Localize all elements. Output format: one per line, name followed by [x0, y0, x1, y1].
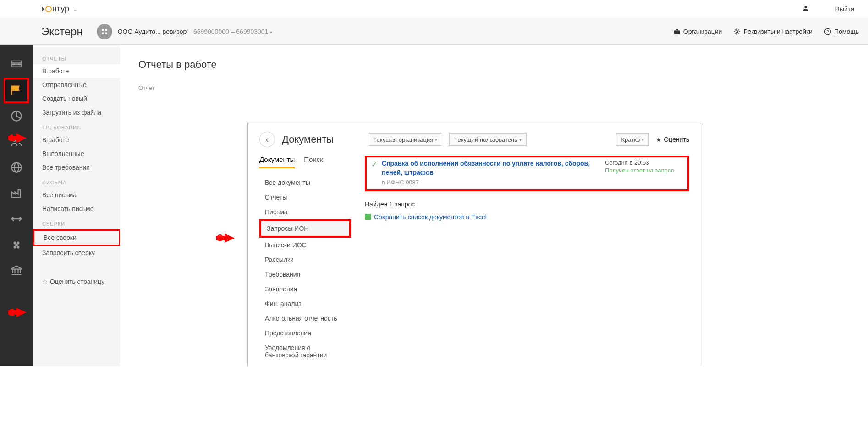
svg-rect-9 — [12, 61, 22, 63]
sidebar-item-create-new[interactable]: Создать новый — [33, 92, 120, 106]
rail-globe-icon[interactable] — [4, 155, 29, 180]
nav-letters[interactable]: Письма — [259, 205, 351, 219]
org-switcher-button[interactable] — [97, 24, 112, 39]
svg-point-19 — [14, 246, 16, 249]
rate-page-link[interactable]: ☆ Оценить страницу — [33, 273, 120, 290]
rail-exchange-icon[interactable] — [4, 206, 29, 232]
doc-content: ✓ Справка об исполнении обязанности по у… — [365, 156, 689, 362]
check-icon: ✓ — [371, 160, 377, 186]
sidebar: ОТЧЕТЫ В работе Отправленные Создать нов… — [33, 45, 120, 366]
svg-point-17 — [17, 242, 20, 245]
doc-sidebar: Документы Поиск Все документы Отчеты Пис… — [259, 156, 351, 362]
filter-current-org[interactable]: Текущая организация ▾ — [368, 133, 442, 146]
sidebar-section-reports: ОТЧЕТЫ — [33, 50, 120, 64]
annotation-3: 3 — [217, 232, 235, 244]
svg-point-6 — [736, 31, 738, 33]
svg-rect-2 — [105, 29, 107, 31]
org-code[interactable]: 6699000000 – 669903001 ▾ — [193, 28, 272, 35]
logout-link[interactable]: Выйти — [831, 6, 859, 13]
svg-point-18 — [15, 244, 18, 246]
sidebar-item-write-letter[interactable]: Написать письмо — [33, 202, 120, 216]
svg-rect-4 — [105, 32, 107, 34]
nav-bank-guarantee[interactable]: Уведомления о банковской гарантии — [259, 340, 351, 362]
sidebar-item-all-reqs[interactable]: Все требования — [33, 161, 120, 174]
excel-export-link[interactable]: Сохранить список документов в Excel — [365, 213, 689, 221]
app-title: Экстерн — [41, 25, 83, 38]
logo-o-icon — [45, 6, 52, 12]
rail-flag-icon[interactable] — [4, 78, 29, 103]
annotation-2: 2 — [9, 306, 27, 318]
nav-reports[interactable]: Отчеты — [259, 190, 351, 205]
excel-icon — [365, 214, 371, 220]
sidebar-item-all-recon[interactable]: Все сверки — [33, 229, 120, 246]
svg-rect-3 — [102, 32, 104, 34]
settings-link[interactable]: Реквизиты и настройки — [733, 28, 812, 35]
help-link[interactable]: ? Помощь — [824, 28, 859, 35]
page-title: Отчеты в работе — [138, 59, 850, 71]
result-item[interactable]: ✓ Справка об исполнении обязанности по у… — [365, 156, 689, 191]
rail-factory-icon[interactable] — [4, 180, 29, 206]
svg-point-16 — [14, 242, 16, 245]
chevron-down-icon: ▾ — [270, 30, 272, 35]
nav-fin-analysis[interactable]: Фин. анализ — [259, 296, 351, 311]
nav-requirements[interactable]: Требования — [259, 267, 351, 282]
gear-icon — [733, 28, 741, 35]
user-icon[interactable] — [799, 5, 813, 13]
result-sub: в ИФНС 0087 — [382, 179, 600, 186]
sidebar-section-letters: ПИСЬМА — [33, 174, 120, 188]
logo[interactable]: кнтур ⌄ — [41, 4, 77, 14]
sidebar-item-request-recon[interactable]: Запросить сверку — [33, 246, 120, 260]
nav-representations[interactable]: Представления — [259, 326, 351, 340]
svg-point-0 — [804, 6, 807, 8]
sidebar-section-reconciliations: СВЕРКИ — [33, 216, 120, 229]
briefcase-icon — [673, 28, 681, 35]
sidebar-item-all-letters[interactable]: Все письма — [33, 188, 120, 202]
nav-applications[interactable]: Заявления — [259, 282, 351, 296]
header: Экстерн ООО Аудито... ревизор' 669900000… — [0, 18, 868, 45]
help-icon: ? — [824, 28, 831, 35]
sidebar-section-requirements: ТРЕБОВАНИЯ — [33, 119, 120, 133]
overlay-title: Документы — [282, 133, 334, 145]
top-bar: кнтур ⌄ Выйти — [0, 0, 868, 18]
svg-rect-1 — [102, 29, 104, 31]
rail-bank-icon[interactable] — [4, 257, 29, 283]
found-count: Найден 1 запрос — [365, 200, 689, 208]
nav-alcohol[interactable]: Алкогольная отчетность — [259, 311, 351, 326]
svg-rect-5 — [674, 30, 680, 34]
nav-all-docs[interactable]: Все документы — [259, 175, 351, 190]
orgs-link[interactable]: Организации — [673, 28, 722, 35]
sidebar-item-completed[interactable]: Выполненные — [33, 147, 120, 161]
chevron-down-icon: ⌄ — [73, 6, 77, 12]
tab-search[interactable]: Поиск — [304, 156, 323, 168]
filter-brief[interactable]: Кратко ▾ — [616, 133, 649, 146]
filter-current-user[interactable]: Текущий пользователь ▾ — [449, 133, 527, 146]
tab-documents[interactable]: Документы — [259, 156, 295, 168]
result-status: Получен ответ на запрос — [605, 167, 683, 174]
nav-mailings[interactable]: Рассылки — [259, 252, 351, 267]
svg-point-20 — [17, 246, 20, 249]
annotation-1: 1 — [9, 132, 27, 144]
sidebar-item-upload-file[interactable]: Загрузить из файла — [33, 106, 120, 119]
report-label: Отчет — [138, 84, 850, 91]
rate-link[interactable]: ★ Оценить — [656, 136, 689, 143]
documents-overlay: ‹ Документы Текущая организация ▾ Текущи… — [247, 123, 701, 366]
sidebar-item-req-in-work[interactable]: В работе — [33, 133, 120, 147]
sidebar-item-in-work[interactable]: В работе — [33, 64, 120, 78]
org-name: ООО Аудито... ревизор' — [118, 28, 188, 35]
svg-rect-10 — [12, 65, 22, 67]
nav-ion-requests[interactable]: Запросы ИОН — [259, 219, 351, 238]
sidebar-item-sent[interactable]: Отправленные — [33, 78, 120, 92]
logo-text-2: нтур — [52, 4, 69, 14]
rail-chart-icon[interactable] — [4, 103, 29, 129]
logo-text-1: к — [41, 4, 45, 14]
svg-text:?: ? — [826, 29, 829, 34]
nav-ios-extracts[interactable]: Выписки ИОС — [259, 238, 351, 252]
rail-dashboard-icon[interactable] — [4, 52, 29, 78]
back-button[interactable]: ‹ — [259, 132, 275, 147]
result-time: Сегодня в 20:53 — [605, 159, 683, 166]
rail-grapes-icon[interactable] — [4, 232, 29, 257]
result-link[interactable]: Справка об исполнении обязанности по упл… — [382, 159, 600, 177]
